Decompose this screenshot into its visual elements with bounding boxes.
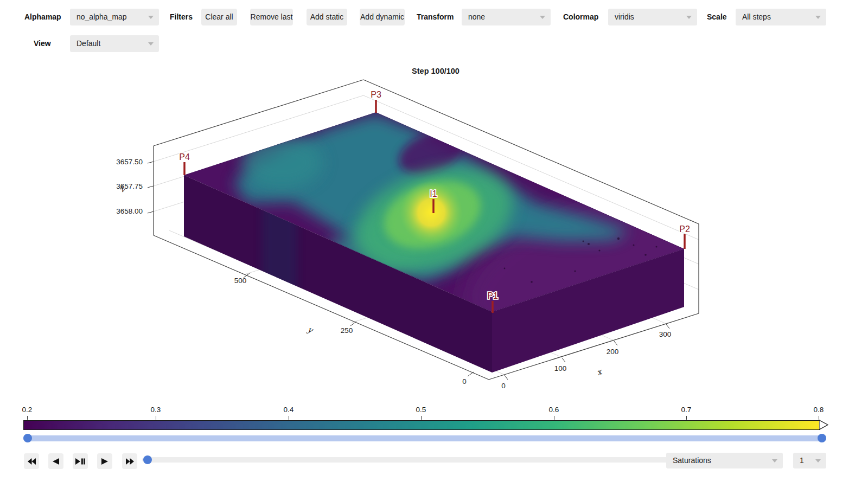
x-tick: 300 <box>659 330 672 338</box>
colorbar-tick <box>421 416 422 420</box>
z-tick: 3657.50 <box>116 158 143 166</box>
step-back-icon <box>53 458 59 465</box>
colorbar-tick-label: 0.2 <box>22 406 33 414</box>
x-tick: 0 <box>501 382 506 390</box>
colorbar-tick <box>554 416 554 420</box>
colorbar-tick <box>686 416 687 420</box>
colorbar-tick-label: 0.3 <box>151 406 161 414</box>
chevron-down-icon <box>772 459 777 463</box>
y-tick: 0 <box>462 377 467 386</box>
fast-forward-button[interactable] <box>122 453 137 469</box>
y-tick: 250 <box>341 326 353 335</box>
chevron-down-icon <box>815 459 821 463</box>
colorbar-tick-label: 0.4 <box>284 406 294 414</box>
colorbar-tick-label: 0.7 <box>681 406 692 414</box>
colorbar-tick <box>27 416 28 420</box>
play-icon <box>101 458 108 465</box>
step-back-button[interactable] <box>48 453 63 469</box>
y-axis-label: y <box>306 324 316 336</box>
colorbar-tick-label: 0.5 <box>416 406 426 414</box>
x-tick: 200 <box>607 348 619 356</box>
x-axis-label: x <box>596 367 604 377</box>
colorbar-tick-label: 0.6 <box>549 406 559 414</box>
colorbar-gradient <box>23 420 820 430</box>
play-pause-icon <box>75 458 85 465</box>
field-select[interactable]: Saturations <box>666 453 783 468</box>
range-slider-handle-right[interactable] <box>818 434 826 442</box>
colorbar-tick-label: 0.8 <box>814 406 824 414</box>
rewind-icon <box>28 458 36 465</box>
timestep-slider[interactable] <box>142 457 668 463</box>
colorbar-arrow-icon <box>819 420 830 430</box>
well-label: I1 <box>430 189 437 198</box>
well-label: P3 <box>371 90 381 99</box>
well-label: P1 <box>487 291 498 300</box>
timestep-slider-handle[interactable] <box>143 455 152 464</box>
colorbar: 0.2 0.3 0.4 0.5 0.6 0.7 0.8 <box>23 406 837 432</box>
colorbar-tick <box>819 416 819 420</box>
colorbar-tick <box>156 416 156 420</box>
well-label: P2 <box>679 224 690 234</box>
colorbar-tick <box>289 416 289 420</box>
fast-forward-icon <box>126 458 134 465</box>
volume-slab <box>184 112 741 373</box>
well-marker-p4: P4 <box>179 152 190 175</box>
y-tick: 500 <box>234 277 247 285</box>
step-size-value: 1 <box>800 456 804 465</box>
well-marker-p2: P2 <box>679 224 690 249</box>
z-tick: 3658.00 <box>116 207 143 215</box>
app-window: Alphamap no_alpha_map Filters Clear all … <box>0 0 868 488</box>
range-slider-handle-left[interactable] <box>23 434 32 442</box>
x-tick: 100 <box>554 364 567 373</box>
play-pause-button[interactable] <box>73 453 88 469</box>
field-select-value: Saturations <box>673 456 711 465</box>
play-button[interactable] <box>97 453 112 469</box>
well-label: P4 <box>179 152 190 162</box>
value-range-slider[interactable] <box>23 435 826 441</box>
well-marker-p3: P3 <box>371 90 381 113</box>
rewind-button[interactable] <box>24 453 39 469</box>
step-size-select[interactable]: 1 <box>793 453 826 468</box>
plot-title: Step 100/100 <box>381 67 490 75</box>
